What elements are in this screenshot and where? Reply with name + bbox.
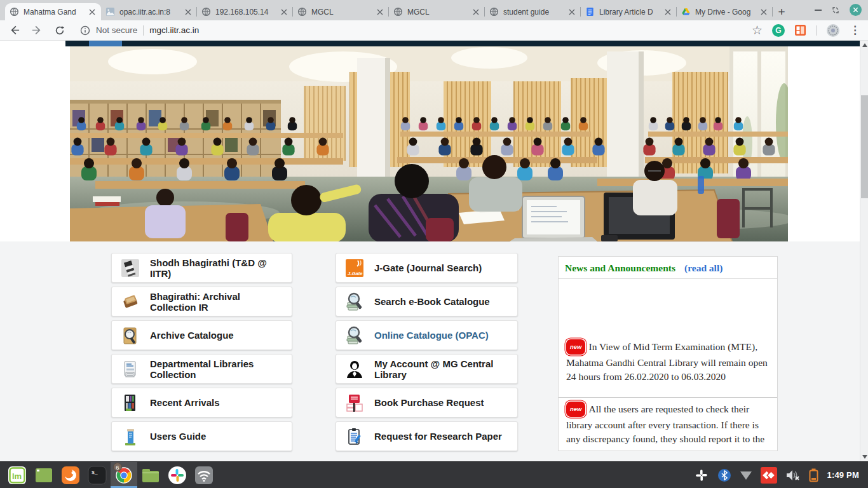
link-label: J-Gate (Journal Search) [374,262,482,273]
link-users-guide[interactable]: Users Guide [111,421,292,451]
folder-icon [141,467,160,484]
slack-tray-icon[interactable] [694,468,709,483]
link-bhagirathi-archival[interactable]: Bhagirathi: Archival Collection IR [111,287,292,316]
update-manager-icon[interactable] [761,467,777,484]
firefox-launcher[interactable] [57,462,84,488]
network-settings-button[interactable] [191,462,217,488]
scroll-up-icon[interactable] [860,41,868,50]
chrome-menu-icon[interactable]: ⋮ [850,25,860,36]
tab-close-icon[interactable] [567,8,576,17]
network-signal-icon[interactable] [740,470,752,480]
info-icon[interactable] [80,25,90,36]
new-tab-button[interactable]: + [773,3,790,20]
slack-launcher[interactable] [164,462,191,488]
mint-logo-icon: lm [8,466,27,485]
tab-mahatma-gandhi[interactable]: Mahatma Gand [5,3,101,20]
catalogue-search-icon [345,326,364,345]
news-title: News and Announcements [565,262,675,274]
scrollbar-thumb[interactable] [861,95,868,198]
new-badge-icon: new [566,339,585,355]
tab-mgcl-1[interactable]: MGCL [293,3,389,20]
globe-favicon [201,7,211,17]
archive-search-icon [121,326,140,345]
link-my-account[interactable]: My Account @ MG Central Library [336,354,518,384]
close-icon[interactable] [850,4,862,16]
jgate-icon: J-Gate [345,259,364,278]
files-launcher[interactable] [137,462,164,488]
link-recent-arrivals[interactable]: Recent Arrivals [111,388,292,417]
tab-mgcl-2[interactable]: MGCL [389,3,485,20]
tab-library-article[interactable]: Library Article D [581,3,677,20]
show-desktop-button[interactable] [31,462,57,488]
minimize-icon[interactable] [815,10,822,11]
news-item-text: All the users are requested to check the… [566,403,764,444]
scroll-down-icon[interactable] [860,452,868,461]
link-research-paper[interactable]: Request for Research Paper [336,421,518,451]
link-opac[interactable]: Online Catalogue (OPAC) [336,320,518,350]
tab-close-icon[interactable] [184,8,193,17]
link-label: Recent Arrivals [150,397,220,408]
grammarly-extension-icon[interactable]: G [772,24,785,37]
toolbar-divider [816,25,817,36]
link-shodh-bhagirathi[interactable]: Shodh Bhagirathi (T&D @ IITR) [111,253,292,283]
address-bar[interactable]: Not secure mgcl.iitr.ac.in [76,25,742,36]
profile-avatar[interactable] [826,24,840,37]
browser-toolbar: Not secure mgcl.iitr.ac.in ☆ G ⋮ [0,20,868,41]
volume-muted-icon[interactable] [785,469,801,482]
tab-ip-address[interactable]: 192.168.105.14 [197,3,293,20]
tab-close-icon[interactable] [376,8,384,17]
document-stack-icon [121,360,140,379]
forward-icon[interactable] [31,24,43,37]
system-tray: 1:49 PM [694,467,864,484]
tab-title: Mahatma Gand [24,8,83,17]
tab-close-icon[interactable] [759,8,768,17]
extension-grid-icon[interactable] [794,24,806,36]
link-label: Archive Catalogue [150,330,234,341]
terminal-launcher[interactable]: $_ [84,462,111,488]
reload-icon[interactable] [53,24,66,37]
tab-title: student guide [503,8,563,17]
tab-my-drive[interactable]: My Drive - Goog [677,3,773,20]
tab-opac[interactable]: opac.iitr.ac.in:8 [101,3,197,20]
drive-favicon [681,7,691,17]
link-label: Departmental Libraries Collection [150,358,283,380]
news-read-all-link[interactable]: (read all) [684,262,722,274]
library-hero-photo [70,46,788,241]
tab-close-icon[interactable] [471,8,480,17]
quicklinks-right-column: J-Gate J-Gate (Journal Search) Search e-… [336,253,518,455]
url-text[interactable]: mgcl.iitr.ac.in [149,25,199,35]
guide-banner-icon [121,427,140,446]
tab-student-guide[interactable]: student guide [485,3,581,20]
link-ebook-catalogue[interactable]: Search e-Book Catalogue [336,287,518,316]
tab-title: MGCL [407,8,467,17]
link-departmental-libraries[interactable]: Departmental Libraries Collection [111,354,292,384]
link-archive-catalogue[interactable]: Archive Catalogue [111,320,292,350]
svg-text:$_: $_ [92,470,98,475]
wifi-icon [194,466,214,485]
restore-icon[interactable] [832,6,839,14]
tab-close-icon[interactable] [663,8,672,17]
image-favicon [105,7,115,17]
news-scroll-area: newIn View of Mid Term Examination (MTE)… [559,279,777,451]
slack-icon [168,466,187,485]
back-icon[interactable] [8,24,20,37]
chrome-taskbar-button[interactable]: 6 [111,462,137,488]
tab-close-icon[interactable] [88,8,97,17]
link-book-purchase[interactable]: Book Purchase Request [336,388,518,417]
desktop-icon [35,468,53,483]
link-label: Shodh Bhagirathi (T&D @ IITR) [150,257,283,279]
bluetooth-icon[interactable] [717,468,731,482]
globe-favicon [297,7,307,17]
site-navbar-active-segment [89,41,122,46]
tab-close-icon[interactable] [280,8,288,17]
battery-icon[interactable] [809,468,818,482]
link-label: Users Guide [150,431,206,442]
mint-menu-button[interactable]: lm [4,462,31,488]
link-jgate[interactable]: J-Gate J-Gate (Journal Search) [336,253,518,283]
taskbar-clock[interactable]: 1:49 PM [827,470,859,480]
news-item: newAll the users are requested to check … [559,397,777,446]
svg-text:lm: lm [12,471,22,481]
page-scrollbar[interactable] [860,41,868,461]
site-navbar-edge [65,41,860,46]
bookmark-star-icon[interactable]: ☆ [752,24,763,36]
